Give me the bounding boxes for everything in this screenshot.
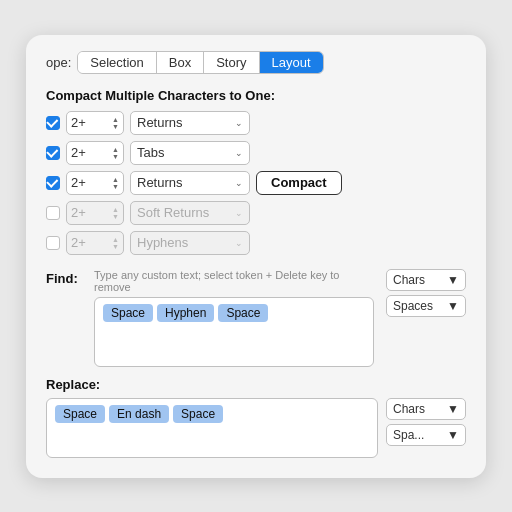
checkbox-3[interactable] <box>46 176 60 190</box>
find-spaces-arrow: ▼ <box>447 299 459 313</box>
find-tokens-area: Type any custom text; select token + Del… <box>94 269 374 367</box>
stepper-4: 2+ ▲ ▼ <box>66 201 124 225</box>
find-right: Chars ▼ Spaces ▼ <box>386 269 466 317</box>
stepper-value-4: 2+ <box>71 205 86 220</box>
compact-button[interactable]: Compact <box>256 171 342 195</box>
scope-row: ope: Selection Box Story Layout <box>46 51 466 74</box>
stepper-down-1[interactable]: ▼ <box>112 123 119 130</box>
tab-layout[interactable]: Layout <box>260 52 323 73</box>
replace-chars-arrow: ▼ <box>447 402 459 416</box>
find-token-hyphen[interactable]: Hyphen <box>157 304 214 322</box>
compact-row-5: 2+ ▲ ▼ Hyphens ⌄ <box>46 231 466 255</box>
replace-row: Space En dash Space Chars ▼ Spa... ▼ <box>46 398 466 458</box>
main-panel: ope: Selection Box Story Layout Compact … <box>26 35 486 478</box>
checkbox-4[interactable] <box>46 206 60 220</box>
stepper-up-2[interactable]: ▲ <box>112 146 119 153</box>
replace-spa-arrow: ▼ <box>447 428 459 442</box>
find-label: Find: <box>46 269 86 286</box>
compact-row-3: 2+ ▲ ▼ Returns ⌄ Compact <box>46 171 466 195</box>
dropdown-3[interactable]: Returns ⌄ <box>130 171 250 195</box>
stepper-value-1: 2+ <box>71 115 86 130</box>
find-token-space2[interactable]: Space <box>218 304 268 322</box>
compact-row-1: 2+ ▲ ▼ Returns ⌄ <box>46 111 466 135</box>
find-spaces-dropdown[interactable]: Spaces ▼ <box>386 295 466 317</box>
find-input-area[interactable]: Space Hyphen Space <box>94 297 374 367</box>
find-chars-dropdown[interactable]: Chars ▼ <box>386 269 466 291</box>
replace-section: Replace: Space En dash Space Chars ▼ Spa… <box>46 377 466 458</box>
stepper-arrows-5: ▲ ▼ <box>112 236 119 250</box>
stepper-value-3: 2+ <box>71 175 86 190</box>
stepper-up-5: ▲ <box>112 236 119 243</box>
replace-right: Chars ▼ Spa... ▼ <box>386 398 466 446</box>
dropdown-arrow-2: ⌄ <box>235 148 243 158</box>
stepper-value-2: 2+ <box>71 145 86 160</box>
replace-token-space1[interactable]: Space <box>55 405 105 423</box>
stepper-arrows-4: ▲ ▼ <box>112 206 119 220</box>
replace-label: Replace: <box>46 377 466 392</box>
compact-row-2: 2+ ▲ ▼ Tabs ⌄ <box>46 141 466 165</box>
stepper-arrows-1: ▲ ▼ <box>112 116 119 130</box>
tab-box[interactable]: Box <box>157 52 204 73</box>
replace-token-endash[interactable]: En dash <box>109 405 169 423</box>
replace-spa-dropdown[interactable]: Spa... ▼ <box>386 424 466 446</box>
stepper-value-5: 2+ <box>71 235 86 250</box>
checkbox-1[interactable] <box>46 116 60 130</box>
tab-group: Selection Box Story Layout <box>77 51 323 74</box>
compact-row-4: 2+ ▲ ▼ Soft Returns ⌄ <box>46 201 466 225</box>
stepper-arrows-2: ▲ ▼ <box>112 146 119 160</box>
stepper-1[interactable]: 2+ ▲ ▼ <box>66 111 124 135</box>
dropdown-5: Hyphens ⌄ <box>130 231 250 255</box>
dropdown-arrow-1: ⌄ <box>235 118 243 128</box>
tab-story[interactable]: Story <box>204 52 259 73</box>
dropdown-1[interactable]: Returns ⌄ <box>130 111 250 135</box>
replace-input-area[interactable]: Space En dash Space <box>46 398 378 458</box>
stepper-up-3[interactable]: ▲ <box>112 176 119 183</box>
find-token-space1[interactable]: Space <box>103 304 153 322</box>
dropdown-arrow-4: ⌄ <box>235 208 243 218</box>
stepper-up-1[interactable]: ▲ <box>112 116 119 123</box>
dropdown-arrow-5: ⌄ <box>235 238 243 248</box>
stepper-arrows-3: ▲ ▼ <box>112 176 119 190</box>
dropdown-2[interactable]: Tabs ⌄ <box>130 141 250 165</box>
tab-selection[interactable]: Selection <box>78 52 156 73</box>
find-section: Find: Type any custom text; select token… <box>46 269 466 367</box>
find-hint: Type any custom text; select token + Del… <box>94 269 374 293</box>
stepper-5: 2+ ▲ ▼ <box>66 231 124 255</box>
scope-label: ope: <box>46 55 71 70</box>
stepper-down-2[interactable]: ▼ <box>112 153 119 160</box>
compact-section-title: Compact Multiple Characters to One: <box>46 88 466 103</box>
checkbox-2[interactable] <box>46 146 60 160</box>
find-chars-arrow: ▼ <box>447 273 459 287</box>
dropdown-arrow-3: ⌄ <box>235 178 243 188</box>
replace-chars-dropdown[interactable]: Chars ▼ <box>386 398 466 420</box>
stepper-up-4: ▲ <box>112 206 119 213</box>
stepper-down-3[interactable]: ▼ <box>112 183 119 190</box>
stepper-down-4: ▼ <box>112 213 119 220</box>
stepper-down-5: ▼ <box>112 243 119 250</box>
checkbox-5[interactable] <box>46 236 60 250</box>
stepper-3[interactable]: 2+ ▲ ▼ <box>66 171 124 195</box>
stepper-2[interactable]: 2+ ▲ ▼ <box>66 141 124 165</box>
find-row: Find: Type any custom text; select token… <box>46 269 466 367</box>
dropdown-4: Soft Returns ⌄ <box>130 201 250 225</box>
replace-token-space2[interactable]: Space <box>173 405 223 423</box>
